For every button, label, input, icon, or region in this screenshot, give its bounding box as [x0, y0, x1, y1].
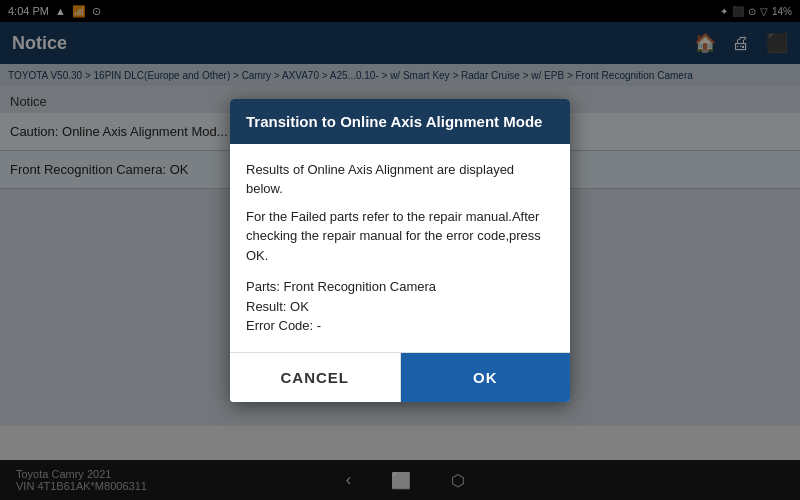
cancel-button[interactable]: CANCEL [230, 353, 401, 402]
dialog: Transition to Online Axis Alignment Mode… [230, 99, 570, 402]
dialog-line2: For the Failed parts refer to the repair… [246, 207, 554, 266]
dialog-actions: CANCEL OK [230, 352, 570, 402]
dialog-line1: Results of Online Axis Alignment are dis… [246, 160, 554, 199]
error-code-label: Error Code: - [246, 316, 554, 336]
dialog-title: Transition to Online Axis Alignment Mode [230, 99, 570, 144]
dialog-body: Results of Online Axis Alignment are dis… [230, 144, 570, 352]
parts-label: Parts: Front Recognition Camera [246, 277, 554, 297]
modal-overlay: Transition to Online Axis Alignment Mode… [0, 0, 800, 500]
parts-info: Parts: Front Recognition Camera Result: … [246, 277, 554, 336]
ok-button[interactable]: OK [401, 353, 571, 402]
result-label: Result: OK [246, 297, 554, 317]
